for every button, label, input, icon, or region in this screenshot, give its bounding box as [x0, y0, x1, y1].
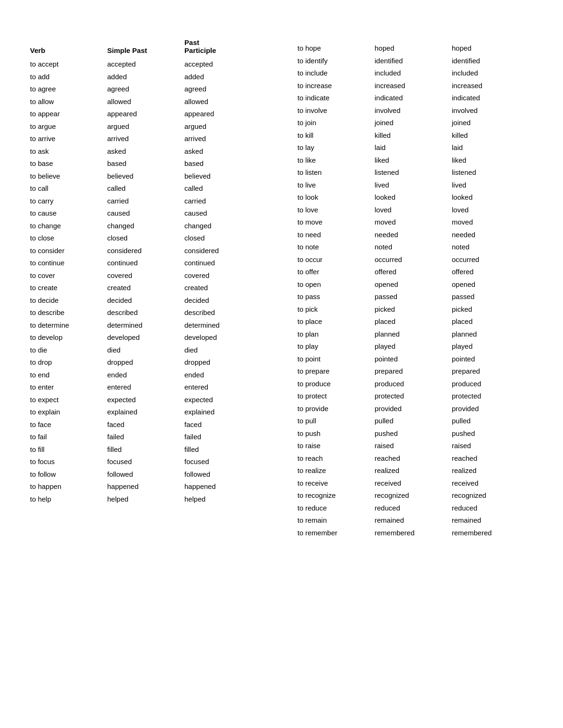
simple-past-cell: offered — [373, 266, 450, 278]
simple-past-cell: pushed — [373, 428, 450, 440]
past-participle-cell: filled — [183, 443, 267, 456]
table-row: to reducereducedreduced — [296, 502, 535, 515]
past-participle-cell: created — [183, 282, 267, 294]
simple-past-cell: killed — [373, 129, 450, 142]
verb-cell: to protect — [296, 390, 373, 403]
simple-past-cell: produced — [373, 378, 450, 390]
past-participle-cell: explained — [183, 406, 267, 419]
past-participle-cell: based — [183, 158, 267, 170]
simple-past-cell: picked — [373, 303, 450, 316]
simple-past-cell: explained — [106, 406, 183, 419]
verb-cell: to include — [296, 67, 373, 80]
table-row: to openopenedopened — [296, 278, 535, 291]
past-participle-cell: lived — [450, 179, 535, 192]
table-row: to joinjoinedjoined — [296, 117, 535, 129]
simple-past-cell: prepared — [373, 365, 450, 378]
table-row: to produceproducedproduced — [296, 378, 535, 390]
simple-past-cell: looked — [373, 191, 450, 204]
simple-past-cell: considered — [106, 245, 183, 257]
verb-cell: to receive — [296, 477, 373, 490]
verb-cell: to pass — [296, 291, 373, 303]
simple-past-cell: listened — [373, 166, 450, 179]
past-participle-cell: noted — [450, 241, 535, 254]
past-participle-cell: occurred — [450, 254, 535, 266]
table-row: to considerconsideredconsidered — [28, 245, 267, 257]
table-row: to focusfocusedfocused — [28, 456, 267, 468]
table-row: to movemovedmoved — [296, 216, 535, 229]
simple-past-cell: appeared — [106, 108, 183, 120]
table-row: to createcreatedcreated — [28, 282, 267, 294]
simple-past-cell: remembered — [373, 527, 450, 540]
right-verb-table: to hopehopedhopedto identifyidentifiedid… — [296, 38, 535, 539]
simple-past-cell: liked — [373, 154, 450, 167]
verb-cell: to carry — [28, 195, 106, 208]
past-participle-cell: realized — [450, 465, 535, 477]
simple-past-cell: protected — [373, 390, 450, 403]
past-participle-cell: believed — [183, 170, 267, 183]
simple-past-cell: changed — [106, 220, 183, 233]
verb-cell: to recognize — [296, 489, 373, 502]
verb-cell: to remain — [296, 514, 373, 527]
simple-past-cell: followed — [106, 468, 183, 481]
verb-cell: to arrive — [28, 133, 106, 145]
past-participle-cell: appeared — [183, 108, 267, 120]
past-participle-cell: followed — [183, 468, 267, 481]
simple-past-cell: loved — [373, 204, 450, 217]
simple-past-cell: reduced — [373, 502, 450, 515]
table-row: to planplannedplanned — [296, 328, 535, 341]
table-row: to pickpickedpicked — [296, 303, 535, 316]
simple-past-cell: moved — [373, 216, 450, 229]
past-participle-cell: killed — [450, 129, 535, 142]
table-row: to enterenteredentered — [28, 381, 267, 394]
table-row: to explainexplainedexplained — [28, 406, 267, 419]
table-row: to remainremainedremained — [296, 514, 535, 527]
verb-cell: to fill — [28, 443, 106, 456]
table-row: to changechangedchanged — [28, 220, 267, 233]
verb-cell: to occur — [296, 254, 373, 266]
table-row: to receivereceivedreceived — [296, 477, 535, 490]
past-participle-cell: looked — [450, 191, 535, 204]
simple-past-cell: played — [373, 340, 450, 353]
past-participle-cell: caused — [183, 207, 267, 220]
simple-past-cell: dropped — [106, 356, 183, 369]
simple-past-cell: realized — [373, 465, 450, 477]
simple-past-cell: lived — [373, 179, 450, 192]
table-row: to offerofferedoffered — [296, 266, 535, 278]
verb-cell: to fail — [28, 431, 106, 443]
simple-past-cell: created — [106, 282, 183, 294]
past-participle-cell: provided — [450, 403, 535, 415]
verb-cell: to add — [28, 71, 106, 83]
verb-cell: to lay — [296, 142, 373, 154]
verb-cell: to explain — [28, 406, 106, 419]
table-row: to dropdroppeddropped — [28, 356, 267, 369]
table-row: to realizerealizedrealized — [296, 465, 535, 477]
verb-cell: to enter — [28, 381, 106, 394]
table-row: to likelikedliked — [296, 154, 535, 167]
verb-cell: to play — [296, 340, 373, 353]
past-participle-cell: indicated — [450, 92, 535, 105]
simple-past-cell: laid — [373, 142, 450, 154]
past-participle-cell: pointed — [450, 353, 535, 366]
past-participle-cell: increased — [450, 80, 535, 92]
table-row: to passpassedpassed — [296, 291, 535, 303]
verb-cell: to reduce — [296, 502, 373, 515]
verb-cell: to help — [28, 493, 106, 506]
past-participle-cell: called — [183, 182, 267, 195]
table-row: to laylaidlaid — [296, 142, 535, 154]
simple-past-cell: failed — [106, 431, 183, 443]
table-row: to pushpushedpushed — [296, 428, 535, 440]
table-row: to causecausedcaused — [28, 207, 267, 220]
past-participle-cell: moved — [450, 216, 535, 229]
past-participle-cell: pulled — [450, 415, 535, 428]
verb-cell: to like — [296, 154, 373, 167]
table-row: to placeplacedplaced — [296, 315, 535, 328]
table-row: to callcalledcalled — [28, 182, 267, 195]
table-row: to livelivedlived — [296, 179, 535, 192]
simple-past-cell: needed — [373, 229, 450, 241]
past-participle-cell: laid — [450, 142, 535, 154]
table-row: to developdevelopeddeveloped — [28, 331, 267, 344]
simple-past-cell: carried — [106, 195, 183, 208]
table-row: to continuecontinuedcontinued — [28, 257, 267, 270]
table-row: to arguearguedargued — [28, 120, 267, 133]
simple-past-cell: believed — [106, 170, 183, 183]
